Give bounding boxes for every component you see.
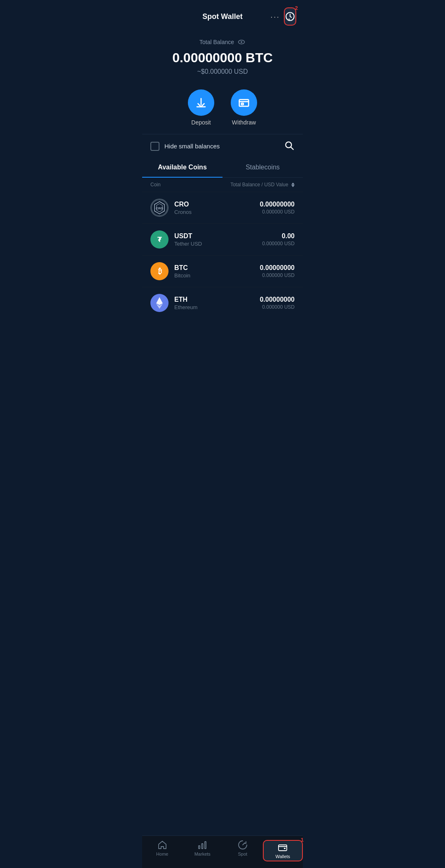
btc-balance: 0.00000000 BTC [150,50,295,66]
coin-row-cro[interactable]: CRO CRO Cronos 0.00000000 0.000000 USD [142,192,303,223]
page-title: Spot Wallet [173,12,272,21]
tab-available-coins[interactable]: Available Coins [142,158,222,178]
svg-rect-4 [239,100,249,106]
tab-stablecoins[interactable]: Stablecoins [222,158,303,178]
balance-section: Total Balance 0.00000000 BTC ~$0.000000 … [142,30,303,80]
withdraw-label: Withdraw [232,119,256,126]
hide-balances-text: Hide small balances [164,143,220,150]
history-button[interactable]: $ 2 [284,7,296,26]
cro-icon: CRO [150,199,169,217]
header-right: ··· $ 2 [272,7,296,26]
eth-balance: 0.00000000 [260,296,295,303]
balance-label: Total Balance [150,38,295,46]
main-content: Total Balance 0.00000000 BTC ~$0.000000 … [142,30,303,352]
withdraw-icon [238,96,250,109]
deposit-button[interactable]: Deposit [188,89,214,126]
withdraw-icon-circle [231,89,257,116]
cro-usd: 0.000000 USD [260,209,295,215]
eth-name: Ethereum [174,304,197,310]
coin-row-usdt[interactable]: ₮ USDT Tether USD 0.00 0.000000 USD [142,223,303,255]
usdt-icon: ₮ [150,230,169,249]
svg-point-3 [241,41,242,43]
header: Spot Wallet ··· $ 2 [142,0,303,30]
sort-icon[interactable] [291,183,295,187]
usd-balance: ~$0.000000 USD [150,68,295,75]
col-balance-label: Total Balance / USD Value [230,182,295,188]
hide-balances-checkbox[interactable] [150,142,159,151]
usdt-name: Tether USD [174,241,202,247]
hide-balances-row: Hide small balances [142,134,303,158]
balance-label-text: Total Balance [199,39,234,45]
withdraw-button[interactable]: Withdraw [231,89,257,126]
deposit-icon-circle [188,89,214,116]
usdt-balance: 0.00 [262,232,295,240]
search-button[interactable] [284,140,295,152]
more-options-button[interactable]: ··· [270,12,280,21]
cro-ticker: CRO [174,201,192,208]
history-badge: 2 [295,5,298,11]
eye-icon[interactable] [237,38,246,46]
btc-usd: 0.000000 USD [260,272,295,278]
coin-row-eth[interactable]: ETH Ethereum 0.00000000 0.000000 USD [142,287,303,319]
coin-row-btc[interactable]: ₿ BTC Bitcoin 0.00000000 0.000000 USD [142,255,303,287]
btc-icon: ₿ [150,262,169,280]
tabs: Available Coins Stablecoins [142,158,303,178]
search-icon [284,140,295,151]
cro-name: Cronos [174,209,192,215]
deposit-label: Deposit [191,119,211,126]
cro-balance: 0.00000000 [260,201,295,208]
btc-ticker: BTC [174,264,190,272]
eth-usd: 0.000000 USD [260,304,295,310]
table-header: Coin Total Balance / USD Value [142,178,303,192]
eth-ticker: ETH [174,296,197,303]
usdt-usd: 0.000000 USD [262,241,295,246]
eth-icon [150,294,169,312]
hide-balances-left: Hide small balances [150,142,220,151]
deposit-icon [195,96,207,109]
svg-text:CRO: CRO [156,206,163,210]
clock-dollar-icon: $ [285,11,295,22]
usdt-ticker: USDT [174,232,202,240]
svg-text:₮: ₮ [157,236,162,243]
svg-rect-5 [241,103,244,105]
action-buttons: Deposit Withdraw [142,80,303,134]
btc-name: Bitcoin [174,272,190,279]
svg-text:₿: ₿ [158,267,162,275]
col-coin-label: Coin [150,182,161,188]
btc-balance: 0.00000000 [260,264,295,272]
